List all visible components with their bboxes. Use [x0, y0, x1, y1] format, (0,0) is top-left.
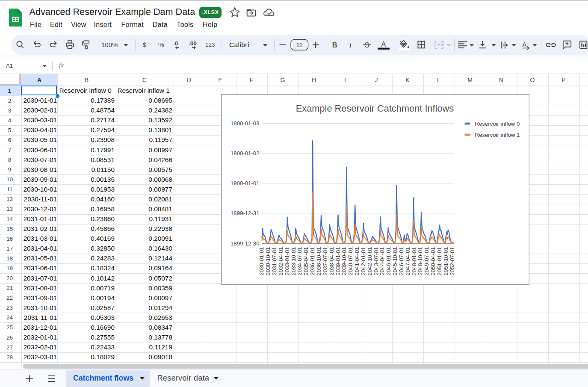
- svg-text:2030-10-01: 2030-10-01: [265, 247, 271, 275]
- svg-text:2033-10-01: 2033-10-01: [290, 247, 296, 275]
- svg-text:2045-10-01: 2045-10-01: [392, 247, 398, 275]
- svg-text:2042-10-01: 2042-10-01: [366, 247, 372, 275]
- svg-text:11: 11: [296, 41, 302, 48]
- svg-text:2038-04-01: 2038-04-01: [328, 247, 334, 275]
- svg-text:2046-07-01: 2046-07-01: [398, 247, 404, 275]
- svg-text:2047-04-01: 2047-04-01: [404, 247, 411, 275]
- svg-text:2041-04-01: 2041-04-01: [354, 247, 360, 275]
- svg-text:2033-01-01: 2033-01-01: [284, 247, 290, 275]
- svg-text:2037-07-01: 2037-07-01: [322, 247, 328, 275]
- svg-text:2043-07-01: 2043-07-01: [372, 247, 379, 275]
- svg-text:1900-01-01: 1900-01-01: [230, 180, 259, 186]
- svg-text:2051-10-01: 2051-10-01: [442, 247, 449, 275]
- svg-text:2035-04-01: 2035-04-01: [303, 247, 309, 275]
- svg-text:A: A: [523, 41, 527, 48]
- svg-text:A: A: [381, 41, 386, 48]
- svg-text:2031-07-01: 2031-07-01: [271, 247, 278, 275]
- svg-text:2039-10-01: 2039-10-01: [341, 247, 347, 275]
- svg-text:2051-01-01: 2051-01-01: [436, 247, 442, 275]
- svg-text:.0: .0: [173, 40, 178, 47]
- svg-text:2030-01-01: 2030-01-01: [258, 247, 265, 275]
- svg-text:100%: 100%: [101, 41, 118, 48]
- svg-text:2034-07-01: 2034-07-01: [296, 247, 303, 275]
- svg-text:2052-07-01: 2052-07-01: [449, 247, 455, 275]
- svg-text:2048-10-01: 2048-10-01: [417, 247, 423, 275]
- svg-text:2042-01-01: 2042-01-01: [360, 247, 366, 275]
- svg-text:1899-12-30: 1899-12-30: [230, 240, 259, 246]
- svg-text:2048-01-01: 2048-01-01: [411, 247, 417, 275]
- svg-text:2040-07-01: 2040-07-01: [347, 247, 354, 275]
- svg-text:I: I: [349, 41, 352, 49]
- svg-text:%: %: [158, 41, 164, 48]
- svg-text:$: $: [143, 41, 147, 48]
- svg-text:2044-04-01: 2044-04-01: [379, 247, 385, 275]
- svg-text:Example Reservoir Catchment In: Example Reservoir Catchment Inflows: [295, 103, 454, 114]
- svg-text:1899-12-31: 1899-12-31: [230, 210, 259, 216]
- svg-text:1900-01-02: 1900-01-02: [230, 150, 259, 157]
- svg-text:2045-01-01: 2045-01-01: [385, 247, 392, 275]
- svg-text:2036-10-01: 2036-10-01: [316, 247, 322, 275]
- svg-text:2032-04-01: 2032-04-01: [277, 247, 284, 275]
- svg-text:2050-04-01: 2050-04-01: [430, 247, 436, 275]
- svg-text:Calibri: Calibri: [229, 41, 249, 48]
- svg-text:123: 123: [205, 41, 215, 48]
- svg-text:Reservoir inflow 0: Reservoir inflow 0: [475, 120, 520, 127]
- svg-text:2049-07-01: 2049-07-01: [423, 247, 430, 275]
- svg-text:Reservoir inflow 1: Reservoir inflow 1: [475, 131, 520, 138]
- svg-text:2039-01-01: 2039-01-01: [334, 247, 341, 275]
- svg-text:1900-01-03: 1900-01-03: [230, 120, 259, 127]
- svg-text:.00: .00: [189, 40, 197, 47]
- svg-text:B: B: [332, 41, 337, 49]
- svg-text:2036-01-01: 2036-01-01: [309, 247, 316, 275]
